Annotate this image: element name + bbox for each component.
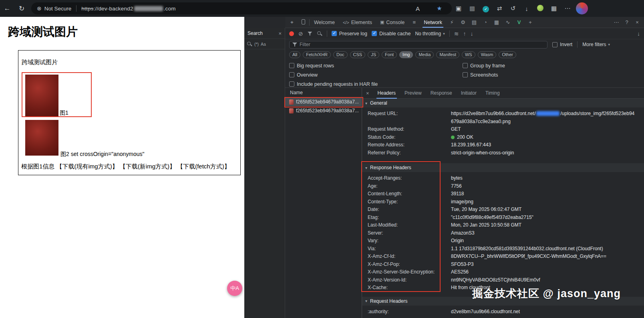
filter-pill[interactable]: Manifest: [436, 51, 459, 58]
group-by-frame-checkbox[interactable]: [463, 63, 468, 68]
close-devtools-icon[interactable]: ×: [632, 19, 642, 25]
group-by-frame-option[interactable]: Group by frame: [463, 61, 505, 70]
filter-pill[interactable]: All: [289, 51, 300, 58]
header-value: Origin: [451, 237, 471, 245]
filter-toggle-icon[interactable]: [308, 32, 312, 36]
record-icon[interactable]: [289, 31, 294, 36]
tab-elements[interactable]: </>Elements: [339, 17, 376, 28]
big-request-rows-checkbox[interactable]: [289, 63, 294, 68]
screenshots-checkbox[interactable]: [463, 72, 468, 77]
download-panel-icon[interactable]: ↓: [637, 30, 640, 37]
disable-cache-option[interactable]: Disable cache: [372, 31, 411, 36]
preserve-log-option[interactable]: Preserve log: [332, 31, 367, 36]
overview-checkbox[interactable]: [289, 72, 294, 77]
clear-icon[interactable]: ⊘: [298, 30, 303, 37]
screenshot-icon[interactable]: ▣: [452, 5, 465, 12]
export-har-icon[interactable]: ↓: [470, 30, 473, 37]
favorite-star-icon[interactable]: ★: [433, 5, 446, 12]
header-key: Remote Address:: [368, 141, 451, 149]
general-section-header[interactable]: ▾General: [362, 99, 644, 107]
detail-tab[interactable]: Initiator: [457, 88, 481, 99]
close-details-icon[interactable]: ×: [362, 90, 373, 96]
tune-icon[interactable]: ≡: [409, 19, 419, 25]
storage-icon[interactable]: ▦: [491, 19, 502, 25]
preserve-log-checkbox[interactable]: [332, 31, 337, 36]
filter-pill[interactable]: Doc: [333, 51, 348, 58]
close-search-icon[interactable]: ×: [278, 30, 282, 36]
adblock-check-icon[interactable]: ✓: [479, 5, 493, 12]
filter-pill[interactable]: Font: [382, 51, 397, 58]
translate-badge[interactable]: 中A: [227, 281, 242, 296]
throttling-select[interactable]: No throttling▾: [415, 31, 445, 36]
read-aloud-icon[interactable]: A: [411, 5, 425, 12]
filter-pill[interactable]: WS: [462, 51, 475, 58]
download-icon[interactable]: ↓: [520, 5, 533, 12]
settings-icon[interactable]: ⚙: [458, 19, 468, 25]
help-icon[interactable]: ?: [622, 19, 632, 25]
filter-pill[interactable]: Fetch/XHR: [303, 51, 331, 58]
tab-welcome[interactable]: Welcome: [310, 17, 338, 28]
filter-pill[interactable]: Img: [399, 51, 413, 58]
tab-network[interactable]: Network: [420, 17, 446, 28]
header-key: Accept-Ranges:: [368, 174, 451, 182]
test-image-1[interactable]: [25, 75, 58, 117]
more-filters-button[interactable]: More filters▾: [582, 42, 610, 47]
include-pending-option[interactable]: Include pending requests in HAR file: [289, 79, 378, 89]
devtools-more-icon[interactable]: ⋯: [611, 19, 622, 25]
screenshots-option[interactable]: Screenshots: [463, 70, 505, 79]
image1-caption: 图1: [60, 109, 68, 117]
profiler-icon[interactable]: ◔: [480, 19, 491, 25]
download-links-line[interactable]: 根据图1信息 【下载(现有img方式)】 【下载(新img方式)】 【下载(fe…: [21, 163, 230, 170]
filter-pill[interactable]: JS: [368, 51, 379, 58]
network-request-row[interactable]: f265fd523eb94679a8038a7...: [285, 106, 362, 115]
disable-cache-checkbox[interactable]: [372, 31, 377, 36]
filter-pill[interactable]: CSS: [350, 51, 366, 58]
more-options-icon[interactable]: ⋯: [561, 5, 574, 12]
invert-option[interactable]: Invert: [552, 42, 572, 47]
apps-grid-icon[interactable]: ▦: [547, 5, 561, 12]
address-bar[interactable]: ⊗ Not Secure https://dev-backend2.com A …: [31, 2, 452, 14]
big-request-rows-option[interactable]: Big request rows: [289, 61, 378, 70]
refresh-icon[interactable]: ↻: [14, 4, 29, 13]
overview-option[interactable]: Overview: [289, 70, 378, 79]
page-title: 跨域测试图片: [8, 24, 78, 40]
tab-console[interactable]: ▣Console: [376, 17, 408, 28]
header-row: Remote Address: 18.239.196.67:443: [362, 141, 644, 149]
extension-puzzle-icon[interactable]: ▩: [465, 5, 479, 12]
detail-tab[interactable]: Response: [426, 88, 457, 99]
filter-pill[interactable]: Other: [499, 51, 516, 58]
import-har-icon[interactable]: ↑: [463, 30, 466, 37]
invert-checkbox[interactable]: [552, 42, 557, 47]
include-pending-checkbox[interactable]: [289, 81, 294, 87]
network-request-row[interactable]: f265fd523eb94679a8038a7...: [285, 97, 362, 106]
history-icon[interactable]: ↺: [506, 5, 520, 12]
detail-tab[interactable]: Preview: [400, 88, 426, 99]
activity-icon[interactable]: ∿: [503, 19, 513, 25]
network-search-icon[interactable]: [317, 31, 322, 36]
inspect-element-icon[interactable]: ⌖: [287, 19, 297, 26]
vue-devtools-icon[interactable]: V: [514, 19, 524, 25]
network-conditions-icon[interactable]: ≋: [454, 30, 459, 37]
add-panel-icon[interactable]: +: [525, 19, 535, 25]
filter-pill[interactable]: Media: [415, 51, 434, 58]
regex-toggle[interactable]: (*): [254, 42, 259, 47]
profile-avatar[interactable]: [576, 2, 588, 14]
filter-input[interactable]: Filter: [289, 41, 547, 49]
performance-icon[interactable]: ⚡: [447, 19, 457, 25]
wasp-icon: [537, 5, 543, 11]
throttling-value: No throttling: [415, 31, 441, 36]
name-column-header[interactable]: Name: [285, 88, 362, 97]
filter-pill[interactable]: Wasm: [478, 51, 497, 58]
translate-icon[interactable]: ⇄: [493, 5, 506, 12]
response-headers-section-header[interactable]: ▾Response Headers: [362, 163, 644, 172]
back-icon[interactable]: ←: [0, 4, 14, 12]
match-case-toggle[interactable]: Aa: [261, 42, 266, 47]
application-icon[interactable]: ▤: [469, 19, 479, 25]
detail-tab[interactable]: Headers: [373, 88, 400, 99]
security-label[interactable]: Not Secure: [44, 6, 72, 12]
device-toolbar-icon[interactable]: [298, 19, 308, 26]
wasp-extension-icon[interactable]: [533, 5, 547, 12]
header-key: X-Amz-Cf-Pop:: [368, 261, 451, 269]
test-image-2[interactable]: [25, 120, 58, 156]
detail-tab[interactable]: Timing: [481, 88, 504, 99]
